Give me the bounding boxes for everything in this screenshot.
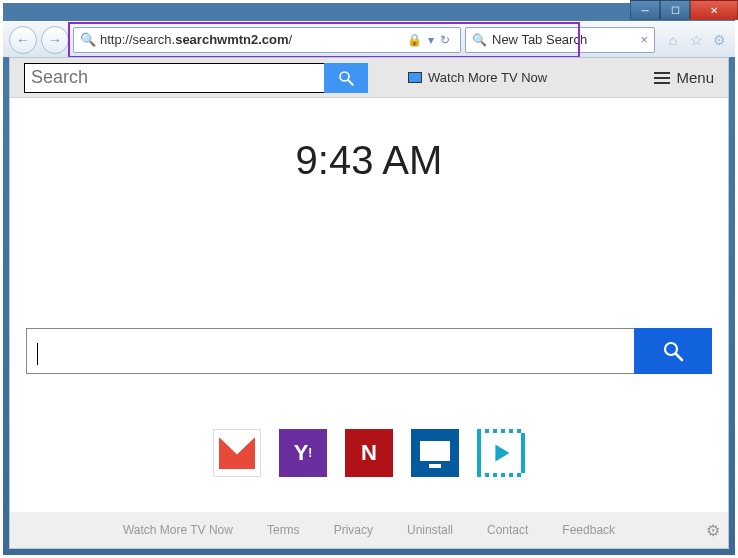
main-search-input[interactable]: [26, 328, 634, 374]
clock-display: 9:43 AM: [10, 138, 728, 183]
netflix-tile[interactable]: N: [345, 429, 393, 477]
refresh-button[interactable]: ↻: [440, 33, 450, 47]
window-titlebar: ─ ☐ ✕: [3, 3, 735, 21]
footer-brand-link[interactable]: Watch More TV Now: [123, 523, 233, 537]
footer-contact-link[interactable]: Contact: [487, 523, 528, 537]
favorites-icon[interactable]: ☆: [686, 30, 706, 50]
main-search-bar: [26, 328, 712, 374]
window-minimize-button[interactable]: ─: [630, 0, 660, 20]
tab-title: New Tab Search: [492, 32, 635, 47]
brand-label[interactable]: Watch More TV Now: [408, 70, 547, 85]
forward-button[interactable]: →: [41, 26, 69, 54]
address-bar[interactable]: 🔍 http://search.searchwmtn2.com/ 🔒 ▾ ↻: [73, 27, 461, 53]
page-footer: Watch More TV Now Terms Privacy Uninstal…: [10, 512, 728, 548]
browser-toolbar: ← → 🔍 http://search.searchwmtn2.com/ 🔒 ▾…: [3, 21, 735, 57]
browser-tab[interactable]: 🔍 New Tab Search ×: [465, 27, 655, 53]
page-content: Watch More TV Now Menu 9:43 AM Y! N Watc…: [9, 57, 729, 549]
quick-links: Y! N: [10, 429, 728, 477]
footer-privacy-link[interactable]: Privacy: [334, 523, 373, 537]
main-search-button[interactable]: [634, 328, 712, 374]
back-button[interactable]: ←: [9, 26, 37, 54]
tab-close-button[interactable]: ×: [640, 32, 648, 47]
url-text: http://search.searchwmtn2.com/: [100, 32, 292, 47]
home-icon[interactable]: ⌂: [663, 30, 683, 50]
tv-tile[interactable]: [411, 429, 459, 477]
search-icon: [337, 69, 355, 87]
window-close-button[interactable]: ✕: [690, 0, 738, 20]
search-icon: 🔍: [472, 33, 487, 47]
window-maximize-button[interactable]: ☐: [660, 0, 690, 20]
hamburger-icon: [654, 72, 670, 84]
footer-gear-icon[interactable]: ⚙: [706, 521, 720, 540]
topbar-search-button[interactable]: [324, 63, 368, 93]
search-icon: 🔍: [80, 32, 96, 47]
yahoo-tile[interactable]: Y!: [279, 429, 327, 477]
settings-gear-icon[interactable]: ⚙: [709, 30, 729, 50]
dropdown-icon[interactable]: ▾: [428, 33, 434, 47]
menu-button[interactable]: Menu: [654, 69, 714, 86]
search-icon: [661, 339, 685, 363]
svg-line-3: [676, 354, 682, 360]
topbar-search-input[interactable]: [24, 63, 324, 93]
footer-uninstall-link[interactable]: Uninstall: [407, 523, 453, 537]
page-topbar: Watch More TV Now Menu: [10, 58, 728, 98]
lock-icon: 🔒: [407, 33, 422, 47]
footer-feedback-link[interactable]: Feedback: [562, 523, 615, 537]
footer-terms-link[interactable]: Terms: [267, 523, 300, 537]
tv-icon: [408, 72, 422, 83]
gmail-tile[interactable]: [213, 429, 261, 477]
video-tile[interactable]: [477, 429, 525, 477]
svg-line-1: [348, 80, 353, 85]
